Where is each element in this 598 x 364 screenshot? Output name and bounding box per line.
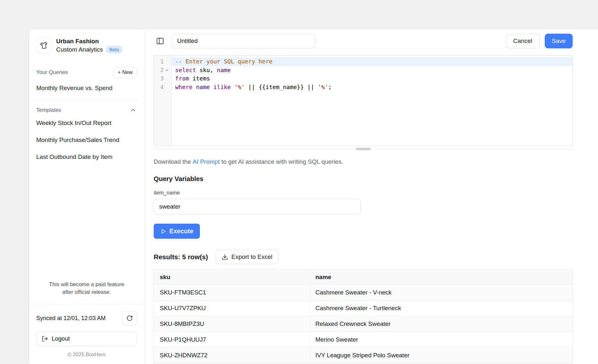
- sku-cell: SKU-8MBIPZ3U: [154, 320, 310, 327]
- paid-note-line-1: This will become a paid feature: [36, 281, 137, 289]
- brand: Urban Fashion Custom Analytics Beta: [36, 37, 137, 54]
- brand-name: Urban Fashion: [56, 37, 123, 45]
- sku-cell: SKU-U7V7ZPKU: [154, 305, 310, 312]
- copyright: © 2025 BoxHero: [36, 352, 137, 358]
- refresh-button[interactable]: [122, 311, 137, 326]
- execute-label: Execute: [169, 228, 193, 235]
- sidebar-item-monthly-purchase-sales-trend[interactable]: Monthly Purchase/Sales Trend: [36, 133, 137, 147]
- synced-status: Synced at 12/01, 12:03 AM: [36, 315, 106, 322]
- sql-code-area[interactable]: -- Enter your SQL query here select sku,…: [172, 56, 572, 146]
- sidebar-item-last-outbound-date[interactable]: Last Outbound Date by Item: [36, 150, 137, 164]
- table-row: SKU-P1QHUUJ7 Merino Sweater: [154, 332, 572, 347]
- ai-prompt-link[interactable]: AI Prompt: [192, 158, 219, 165]
- table-row: SKU-ZHDNWZ72 IVY Leaguge Striped Polo Sw…: [154, 347, 572, 363]
- line-number: 1: [154, 58, 164, 65]
- sidebar-item-weekly-stock-report[interactable]: Weekly Stock In/Out Report: [36, 116, 137, 130]
- code-line-4: where name ilike '%' || {{item_name}} ||…: [172, 83, 572, 92]
- line-number: 4: [154, 84, 164, 90]
- paid-feature-note: This will become a paid feature after of…: [36, 281, 137, 296]
- query-variables-heading: Query Variables: [154, 175, 573, 183]
- brand-product: Custom Analytics: [56, 46, 103, 54]
- resize-grip: [356, 148, 371, 150]
- code-line-1: -- Enter your SQL query here: [172, 57, 572, 66]
- name-cell: Cashmere Sweater - Turtleneck: [310, 301, 572, 316]
- play-icon: [160, 228, 167, 235]
- toolbar: Cancel Save: [154, 34, 573, 48]
- logout-icon: [42, 335, 48, 342]
- templates-label: Templates: [36, 107, 61, 113]
- tshirt-icon: [39, 41, 48, 50]
- download-icon: [222, 254, 228, 260]
- editor-resize-handle[interactable]: [154, 146, 573, 152]
- results-summary: Results: 5 row(s): [154, 253, 208, 261]
- table-header-row: sku name: [154, 269, 572, 285]
- table-row: SKU-U7V7ZPKU Cashmere Sweater - Turtlene…: [154, 300, 572, 316]
- name-cell: Relaxed Crewneck Sweater: [310, 316, 572, 332]
- sidebar-footer: Synced at 12/01, 12:03 AM: [29, 304, 144, 358]
- your-queries-label: Your Queries: [36, 69, 68, 76]
- paid-note-line-2: after official release.: [36, 288, 137, 296]
- ai-note-suffix: to get AI assistance with writing SQL qu…: [220, 158, 343, 165]
- table-row: SKU-FTM3ESC1 Cashmere Sweater - V-neck: [154, 285, 572, 300]
- template-list: Weekly Stock In/Out Report Monthly Purch…: [36, 116, 137, 164]
- ai-note-prefix: Download the: [154, 158, 192, 165]
- save-button[interactable]: Save: [545, 34, 573, 48]
- editor-gutter: 1 2 3 4: [154, 56, 172, 146]
- results-header: Results: 5 row(s) Export to Excel: [154, 250, 573, 264]
- new-query-button[interactable]: + New: [113, 67, 137, 78]
- line-number: 3: [154, 75, 164, 82]
- export-label: Export to Excel: [231, 253, 272, 261]
- sidebar: Urban Fashion Custom Analytics Beta Your…: [29, 29, 144, 364]
- table-row: SKU-8MBIPZ3U Relaxed Crewneck Sweater: [154, 316, 572, 332]
- brand-text: Urban Fashion Custom Analytics Beta: [56, 37, 123, 54]
- query-title-input[interactable]: [172, 34, 315, 48]
- sidebar-toggle-button[interactable]: [154, 35, 167, 47]
- ai-prompt-note: Download the AI Prompt to get AI assista…: [154, 158, 573, 165]
- sql-editor: 1 2 3 4: [154, 55, 573, 146]
- results-table: sku name SKU-FTM3ESC1 Cashmere Sweater -…: [154, 269, 573, 363]
- app-background: Urban Fashion Custom Analytics Beta Your…: [0, 0, 598, 364]
- column-header-sku: sku: [154, 274, 310, 281]
- fold-chevron-icon[interactable]: [164, 68, 170, 72]
- line-number: 2: [154, 67, 164, 73]
- chevron-up-icon[interactable]: [129, 106, 137, 114]
- execute-button[interactable]: Execute: [154, 224, 200, 239]
- export-to-excel-button[interactable]: Export to Excel: [216, 250, 278, 264]
- sidebar-divider: [36, 100, 137, 100]
- refresh-icon: [126, 315, 133, 321]
- code-line-2: select sku, name: [172, 66, 572, 75]
- column-header-name: name: [310, 269, 572, 285]
- item-name-label: item_name: [154, 190, 573, 196]
- brand-logo: [36, 38, 52, 53]
- code-line-3: from items: [172, 74, 572, 83]
- sku-cell: SKU-P1QHUUJ7: [154, 336, 310, 343]
- name-cell: IVY Leaguge Striped Polo Sweater: [310, 348, 572, 363]
- sku-cell: SKU-ZHDNWZ72: [154, 352, 310, 359]
- name-cell: Cashmere Sweater - V-neck: [310, 285, 572, 300]
- sidebar-item-monthly-revenue-vs-spend[interactable]: Monthly Revenue vs. Spend: [36, 81, 137, 95]
- item-name-input[interactable]: [154, 199, 361, 215]
- app-window: Urban Fashion Custom Analytics Beta Your…: [29, 29, 598, 364]
- panel-left-icon: [156, 37, 164, 45]
- logout-label: Logout: [52, 335, 70, 342]
- beta-badge: Beta: [106, 46, 123, 54]
- main-content: Cancel Save 1 2 3: [144, 29, 598, 364]
- name-cell: Merino Sweater: [310, 332, 572, 347]
- logout-button[interactable]: Logout: [36, 331, 137, 346]
- sku-cell: SKU-FTM3ESC1: [154, 289, 310, 296]
- cancel-button[interactable]: Cancel: [506, 34, 540, 48]
